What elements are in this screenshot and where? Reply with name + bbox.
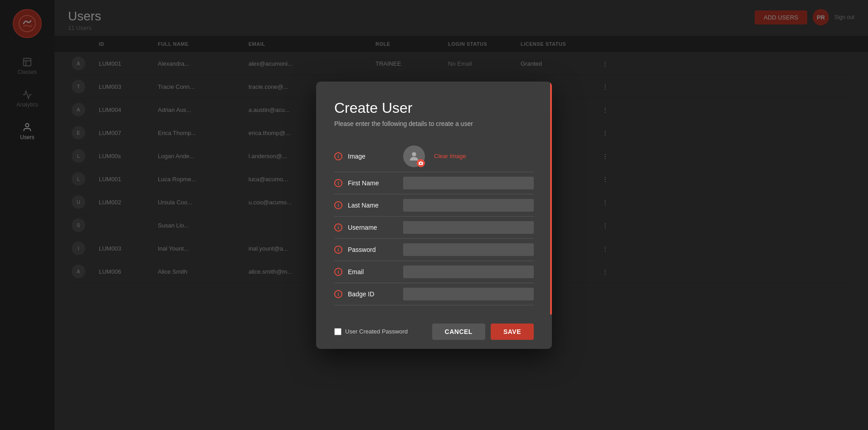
modal-scroll-area: Create User Please enter the following d…	[316, 82, 552, 314]
create-user-modal: Create User Please enter the following d…	[316, 82, 552, 349]
checkbox-label-text: User Created Password	[345, 328, 408, 335]
badge-id-label: Badge ID	[348, 290, 398, 298]
cancel-button[interactable]: CANCEL	[432, 324, 485, 340]
modal-footer: User Created Password CANCEL SAVE	[316, 314, 552, 349]
badge-id-input[interactable]	[403, 288, 534, 300]
email-input[interactable]	[403, 266, 534, 278]
password-field: i Password	[334, 239, 534, 261]
first-name-field: i First Name	[334, 172, 534, 194]
badge-id-field: i Badge ID	[334, 283, 534, 305]
svg-point-3	[412, 152, 416, 156]
image-field: i Image Clear Image	[334, 141, 534, 172]
info-icon-username: i	[334, 223, 342, 232]
username-label: Username	[348, 224, 398, 231]
camera-icon	[419, 161, 423, 165]
last-name-label: Last Name	[348, 202, 398, 209]
svg-point-4	[420, 162, 421, 164]
last-name-field: i Last Name	[334, 194, 534, 217]
info-icon-badgeid: i	[334, 290, 342, 298]
info-icon-password: i	[334, 246, 342, 254]
info-icon-firstname: i	[334, 179, 342, 187]
avatar-upload[interactable]	[403, 145, 425, 167]
user-created-password-checkbox[interactable]	[334, 328, 341, 335]
user-created-password-checkbox-label[interactable]: User Created Password	[334, 328, 408, 335]
info-icon-email: i	[334, 268, 342, 276]
email-field: i Email	[334, 261, 534, 283]
clear-image-button[interactable]: Clear Image	[434, 153, 466, 159]
username-field: i Username	[334, 217, 534, 239]
save-button[interactable]: SAVE	[491, 324, 534, 340]
email-label: Email	[348, 268, 398, 275]
username-input[interactable]	[403, 221, 534, 234]
info-icon-image: i	[334, 152, 342, 160]
first-name-input[interactable]	[403, 177, 534, 189]
password-label: Password	[348, 246, 398, 253]
first-name-label: First Name	[348, 179, 398, 187]
camera-badge	[417, 159, 425, 167]
modal-title: Create User	[334, 100, 534, 116]
modal-subtitle: Please enter the following details to cr…	[334, 120, 534, 127]
password-input[interactable]	[403, 243, 534, 256]
info-icon-lastname: i	[334, 201, 342, 209]
image-field-label: Image	[348, 153, 398, 160]
footer-buttons: CANCEL SAVE	[432, 324, 534, 340]
last-name-input[interactable]	[403, 199, 534, 212]
modal-overlay[interactable]: Create User Please enter the following d…	[0, 0, 868, 430]
